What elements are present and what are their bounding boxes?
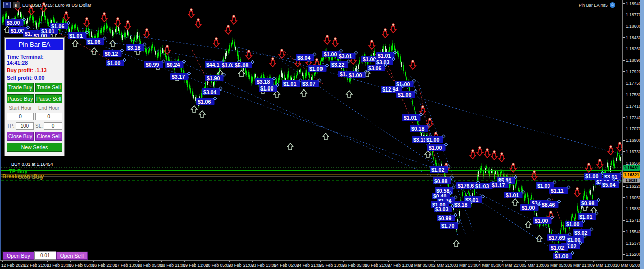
svg-text:$0.98: $0.98 xyxy=(581,200,594,206)
profit-label: $1.00 xyxy=(565,219,585,227)
svg-text:$1.00: $1.00 xyxy=(11,28,24,34)
time-tick-label: 12 Feb 2026 xyxy=(1,263,25,268)
svg-text:$1.02: $1.02 xyxy=(551,245,564,251)
buy-arrow-icon xyxy=(287,143,293,150)
time-tick-mark xyxy=(229,261,230,262)
profit-label: $3.00 xyxy=(5,18,26,26)
sell-arrow-icon xyxy=(617,142,622,151)
open-sell-button[interactable]: Open Sell xyxy=(56,252,88,260)
end-hour-input[interactable] xyxy=(35,113,62,120)
price-tick-mark xyxy=(623,163,625,163)
svg-text:$3.01: $3.01 xyxy=(339,53,352,59)
svg-text:$1.17: $1.17 xyxy=(492,182,505,188)
profit-label: $1.01 xyxy=(578,212,598,220)
buy-arrow-icon xyxy=(346,91,352,97)
profit-label: $5.08 xyxy=(233,60,254,68)
price-tick-mark xyxy=(623,197,625,198)
profit-label: $0.18 xyxy=(410,124,430,132)
price-tick-label: 1.18940 xyxy=(626,1,641,6)
time-tick-mark xyxy=(388,261,389,262)
sell-arrow-icon xyxy=(531,171,537,180)
close-sell-button[interactable]: Close Sell xyxy=(35,132,62,141)
time-tick-mark xyxy=(434,261,435,262)
svg-text:$1.00: $1.00 xyxy=(107,60,120,66)
price-tick-mark xyxy=(623,49,625,49)
svg-text:$1.06: $1.06 xyxy=(198,99,211,105)
svg-text:$3.18: $3.18 xyxy=(257,79,270,85)
price-tick-mark xyxy=(623,151,625,152)
sl-input[interactable] xyxy=(44,122,62,130)
trade-buy-button[interactable]: Trade Buy xyxy=(7,83,34,92)
price-tick-label: 1.15370 xyxy=(626,241,641,246)
profit-label: $3.01 xyxy=(337,51,358,59)
time-tick-label: 27 Feb 13:00 xyxy=(387,263,413,268)
svg-text:$1.01: $1.01 xyxy=(579,214,592,220)
price-tick-label: 1.17240 xyxy=(626,115,641,120)
svg-text:$5.08: $5.08 xyxy=(235,62,248,68)
sell-arrow-icon xyxy=(270,58,276,67)
chart-area[interactable]: $3.00$1.00$1.03$1.00$3.01$1.06$1.01$1.06… xyxy=(1,0,622,260)
time-tick-mark xyxy=(343,261,344,262)
svg-text:$3.02: $3.02 xyxy=(574,230,587,236)
profit-label: $0.12 xyxy=(103,49,124,57)
price-chart[interactable]: $3.00$1.00$1.03$1.00$3.01$1.06$1.01$1.06… xyxy=(1,0,622,260)
time-tick-mark xyxy=(161,261,162,262)
price-tick-label: 1.15200 xyxy=(626,252,641,257)
time-tick-label: 18 Feb 21:00 xyxy=(160,263,185,268)
sell-arrow-icon xyxy=(470,150,476,159)
time-tick-label: 16 Feb 21:00 xyxy=(92,263,117,268)
svg-text:$1.00: $1.00 xyxy=(260,85,273,92)
pause-sell-button[interactable]: Pause Sell xyxy=(35,94,62,103)
svg-text:$1.00: $1.00 xyxy=(429,145,442,151)
time-tick-mark xyxy=(298,261,298,262)
lot-size-input[interactable] xyxy=(34,251,56,260)
new-series-button[interactable]: New Series xyxy=(7,143,62,152)
time-tick-label: 25 Feb 13:00 xyxy=(319,263,345,268)
profit-label: $1.00 xyxy=(427,143,448,151)
svg-text:$1.06: $1.06 xyxy=(87,39,100,45)
price-axis[interactable]: 1.189401.187701.186001.184301.182601.180… xyxy=(622,0,640,260)
time-terminal-text: Time Terminal: 14:41:28 xyxy=(7,54,62,66)
time-tick-label: 20 Feb 05:00 xyxy=(206,263,231,268)
price-badge: 1.16321 xyxy=(623,172,640,178)
time-axis[interactable]: 12 Feb 202612 Feb 21:0013 Feb 13:0016 Fe… xyxy=(0,260,640,269)
svg-text:$44.1: $44.1 xyxy=(206,62,219,68)
tp-input[interactable] xyxy=(16,122,34,130)
price-tick-label: 1.18260 xyxy=(626,46,641,51)
time-tick-mark xyxy=(548,261,548,262)
ea-smiley-icon[interactable]: ☺ xyxy=(610,2,615,8)
svg-text:$5.04: $5.04 xyxy=(602,182,615,188)
chart-type-icon[interactable]: ▖ xyxy=(13,2,20,8)
profit-label: $1.01 xyxy=(68,31,89,39)
quick-menu-icon[interactable]: ≡ xyxy=(3,2,11,8)
profit-label: $1.11 xyxy=(549,186,570,194)
open-buy-button[interactable]: Open Buy xyxy=(3,252,34,260)
time-tick-mark xyxy=(70,261,71,262)
svg-text:$12.94: $12.94 xyxy=(382,86,398,93)
close-buy-button[interactable]: Close Buy xyxy=(7,132,34,141)
pause-buy-button[interactable]: Pause Buy xyxy=(7,94,34,103)
time-tick-mark xyxy=(412,261,412,262)
time-tick-mark xyxy=(207,261,207,262)
ea-status: Pin Bar EA mt5 ☺ xyxy=(579,2,615,8)
svg-text:$3.00: $3.00 xyxy=(7,20,20,26)
svg-text:$1.01: $1.01 xyxy=(506,192,519,198)
sell-arrow-icon xyxy=(410,60,416,69)
svg-text:$1.00: $1.00 xyxy=(426,137,439,143)
vertical-scrollbar[interactable] xyxy=(640,0,644,269)
time-tick-mark xyxy=(184,261,185,262)
svg-text:$0.12: $0.12 xyxy=(105,51,118,57)
time-tick-mark xyxy=(25,261,25,262)
profit-label: $3.18 xyxy=(453,200,473,208)
svg-text:$1.00: $1.00 xyxy=(309,66,323,72)
trade-sell-button[interactable]: Trade Sell xyxy=(35,83,62,92)
price-badge: 1.16431 xyxy=(623,165,640,171)
price-badge: 1.16288 xyxy=(623,178,640,183)
svg-text:$1.02: $1.02 xyxy=(222,62,235,68)
time-tick-label: 9 Mar 13:00 xyxy=(592,263,615,268)
start-hour-input[interactable] xyxy=(7,113,34,120)
price-tick-label: 1.15540 xyxy=(626,229,641,234)
svg-text:$1.06: $1.06 xyxy=(51,23,64,29)
profit-label: $0.98 xyxy=(580,198,600,206)
buy-profit-text: Buy profit: -1.13 xyxy=(7,67,62,73)
